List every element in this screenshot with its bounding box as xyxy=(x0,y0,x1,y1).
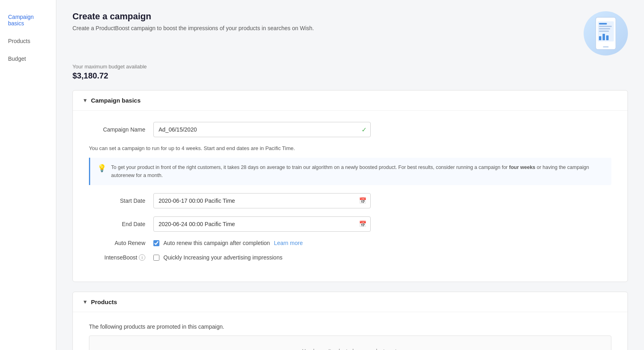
hero-circle xyxy=(584,11,628,56)
start-date-label: Start Date xyxy=(89,198,153,204)
header-text: Create a campaign Create a ProductBoost … xyxy=(72,11,314,31)
intenseboost-label-group: IntenseBoost i xyxy=(89,254,153,261)
intenseboost-options: Quickly Increasing your advertising impr… xyxy=(153,254,283,261)
campaign-name-input-wrapper: ✓ xyxy=(153,122,371,137)
auto-renew-checkbox[interactable] xyxy=(153,240,159,246)
chevron-down-icon-products: ▼ xyxy=(83,299,88,305)
calendar-icon-start[interactable]: 📅 xyxy=(359,197,367,204)
svg-rect-6 xyxy=(599,36,601,40)
auto-renew-row: Auto Renew Auto renew this campaign afte… xyxy=(89,240,611,246)
learn-more-link[interactable]: Learn more xyxy=(274,240,303,246)
products-empty-state: You haven't selected any products yet. xyxy=(89,336,611,350)
calendar-icon-end[interactable]: 📅 xyxy=(359,220,367,228)
auto-renew-label: Auto Renew xyxy=(89,240,153,246)
end-date-input[interactable] xyxy=(153,216,371,232)
products-card: ▼ Products The following products are pr… xyxy=(72,292,628,350)
svg-rect-9 xyxy=(603,46,609,47)
svg-rect-5 xyxy=(599,31,609,32)
intenseboost-label: IntenseBoost xyxy=(104,254,137,261)
svg-rect-8 xyxy=(606,35,609,40)
campaign-name-input[interactable] xyxy=(153,122,371,137)
auto-renew-options: Auto renew this campaign after completio… xyxy=(153,240,303,246)
campaign-basics-body: Campaign Name ✓ You can set a campaign t… xyxy=(73,111,627,282)
auto-renew-text: Auto renew this campaign after completio… xyxy=(163,240,270,246)
page-subtitle: Create a ProductBoost campaign to boost … xyxy=(72,25,314,31)
campaign-basics-card-header[interactable]: ▼ Campaign basics xyxy=(73,91,627,111)
main-content: Create a campaign Create a ProductBoost … xyxy=(56,0,644,350)
intenseboost-checkbox-row[interactable]: Quickly Increasing your advertising impr… xyxy=(153,254,283,261)
svg-rect-3 xyxy=(599,26,612,27)
products-title: Products xyxy=(91,299,117,305)
lightbulb-icon: 💡 xyxy=(97,164,106,173)
intenseboost-checkbox[interactable] xyxy=(153,255,159,261)
hero-illustration xyxy=(576,11,628,56)
date-notice-text: You can set a campaign to run for up to … xyxy=(89,145,611,151)
start-date-row: Start Date 📅 xyxy=(89,193,611,208)
budget-label: Your maximum budget available xyxy=(72,64,628,70)
info-block-text: To get your product in front of the righ… xyxy=(111,163,604,179)
page-title: Create a campaign xyxy=(72,11,314,22)
svg-rect-4 xyxy=(599,28,610,29)
campaign-name-row: Campaign Name ✓ xyxy=(89,122,611,137)
intenseboost-row: IntenseBoost i Quickly Increasing your a… xyxy=(89,254,611,261)
products-card-header[interactable]: ▼ Products xyxy=(73,292,627,312)
sidebar-item-products[interactable]: Products xyxy=(0,32,56,50)
budget-section: Your maximum budget available $3,180.72 xyxy=(72,64,628,80)
end-date-input-wrapper: 📅 xyxy=(153,216,371,232)
products-body: The following products are promoted in t… xyxy=(73,312,627,350)
end-date-row: End Date 📅 xyxy=(89,216,611,232)
chevron-down-icon: ▼ xyxy=(83,97,88,103)
end-date-label: End Date xyxy=(89,221,153,227)
svg-rect-7 xyxy=(603,34,605,40)
auto-renew-checkbox-row[interactable]: Auto renew this campaign after completio… xyxy=(153,240,303,246)
start-date-input[interactable] xyxy=(153,193,371,208)
campaign-name-label: Campaign Name xyxy=(89,126,153,133)
info-block: 💡 To get your product in front of the ri… xyxy=(89,158,611,185)
sidebar-item-campaign-basics[interactable]: Campaign basics xyxy=(0,8,56,32)
products-empty-text: You haven't selected any products yet. xyxy=(302,348,398,350)
page-header: Create a campaign Create a ProductBoost … xyxy=(72,11,628,56)
campaign-basics-title: Campaign basics xyxy=(91,97,140,104)
intenseboost-text: Quickly Increasing your advertising impr… xyxy=(163,254,283,261)
check-icon: ✓ xyxy=(361,126,367,134)
products-notice: The following products are promoted in t… xyxy=(89,323,611,330)
svg-rect-2 xyxy=(599,23,607,25)
sidebar-item-budget[interactable]: Budget xyxy=(0,50,56,68)
start-date-input-wrapper: 📅 xyxy=(153,193,371,208)
intenseboost-info-icon[interactable]: i xyxy=(139,254,145,261)
budget-amount: $3,180.72 xyxy=(72,71,628,80)
sidebar: Campaign basics Products Budget xyxy=(0,0,56,350)
hero-svg xyxy=(584,11,628,56)
campaign-basics-card: ▼ Campaign basics Campaign Name ✓ You ca… xyxy=(72,90,628,282)
